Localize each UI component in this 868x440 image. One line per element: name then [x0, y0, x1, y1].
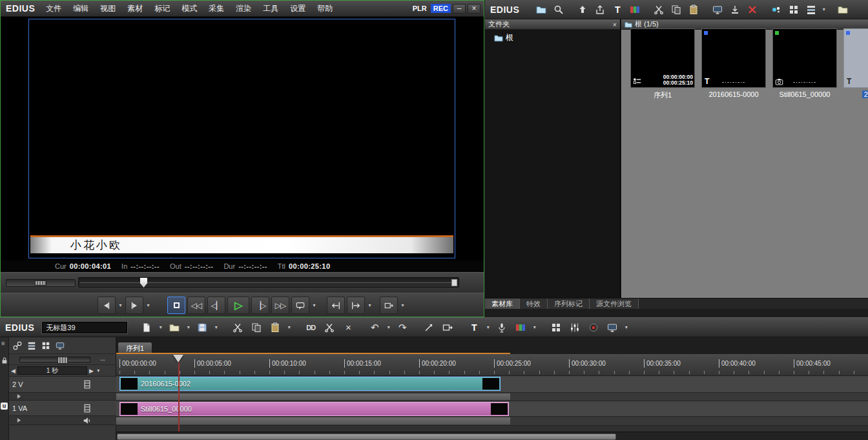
transition-button[interactable]	[513, 320, 528, 335]
new-sequence-dropdown[interactable]: ▾	[158, 324, 163, 330]
copy-button[interactable]	[249, 320, 264, 335]
menu-render[interactable]: 渲染	[230, 1, 257, 16]
layout-grid-icon[interactable]	[41, 341, 50, 350]
track-2v-sublane[interactable]	[116, 393, 868, 401]
bin-clip-sequence[interactable]: 00:00:00:00 00:00:25:10 序列1	[630, 28, 695, 100]
previous-frame-button[interactable]: ◁▏	[207, 297, 225, 314]
match-frame-button[interactable]	[440, 320, 455, 335]
voiceover-button[interactable]	[494, 320, 510, 335]
menu-marker[interactable]: 标记	[149, 1, 176, 16]
view-mode-button[interactable]	[803, 3, 819, 17]
menu-settings[interactable]: 设置	[284, 1, 311, 16]
timeline-zoom-slider-thumb[interactable]	[57, 357, 68, 364]
paste-button[interactable]	[686, 3, 701, 17]
copy-button[interactable]	[668, 3, 684, 17]
menu-edit[interactable]: 编辑	[67, 1, 94, 16]
position-slider-thumb[interactable]	[140, 278, 147, 288]
delete-button[interactable]: ×	[340, 320, 356, 335]
tab-source-browser[interactable]: 源文件浏览	[590, 299, 639, 309]
undo-dropdown[interactable]: ▾	[386, 324, 391, 330]
tab-effects[interactable]: 特效	[520, 299, 548, 309]
bin-clip-title-2-selected[interactable]: T 201606	[843, 28, 868, 98]
folder-panel-close-button[interactable]: ×	[613, 21, 617, 28]
menu-mode[interactable]: 模式	[176, 1, 203, 16]
zoom-dropdown[interactable]: ▾	[96, 368, 101, 373]
add-cut-point-button[interactable]	[421, 320, 437, 335]
zoom-out-button[interactable]: ◀	[9, 368, 17, 374]
menu-file[interactable]: 文件	[40, 1, 67, 16]
plr-mode-button[interactable]: PLR	[410, 4, 429, 13]
new-clip-button[interactable]	[627, 3, 643, 17]
bin-clip-still[interactable]: -·-·-·-·- Still0615_00000	[772, 28, 837, 98]
menu-help[interactable]: 帮助	[311, 1, 338, 16]
track-2v-video-indicator-icon[interactable]	[83, 380, 92, 389]
fit-timeline-icon[interactable]: ↔	[99, 355, 106, 362]
tab-sequence-markers[interactable]: 序列标记	[548, 299, 590, 309]
replace-button[interactable]: DD	[303, 320, 318, 335]
track-1va-lane[interactable]: Still0615_00000	[116, 401, 868, 417]
thumbnail-view-button[interactable]	[786, 3, 801, 17]
menu-view[interactable]: 视图	[94, 1, 121, 16]
fast-forward-button[interactable]: ▷▷	[271, 297, 289, 314]
timeline-clip-video[interactable]: 20160615-0002	[119, 377, 501, 391]
jog-slider-thumb[interactable]	[35, 280, 46, 286]
track-1va-video-indicator-icon[interactable]	[83, 404, 92, 413]
create-title-dropdown[interactable]: ▾	[485, 324, 491, 330]
open-project-dropdown[interactable]: ▾	[185, 324, 191, 330]
play-button[interactable]: ▷	[227, 297, 249, 314]
track-1va-expand-icon[interactable]	[17, 418, 21, 423]
zoom-value[interactable]: 1 秒	[17, 366, 87, 375]
search-button[interactable]	[551, 3, 566, 17]
transition-dropdown[interactable]: ▾	[532, 324, 537, 330]
timeline-ruler[interactable]: 00:00:00:00 00:00:05:00 00:00:10:00 00:0…	[116, 354, 868, 376]
loop-dropdown[interactable]: ▾	[311, 302, 317, 308]
folder-tree-root[interactable]: 根	[494, 32, 620, 43]
cut-button[interactable]	[651, 3, 666, 17]
timeline-horizontal-scrollbar[interactable]	[116, 432, 868, 440]
folder-button[interactable]	[533, 3, 549, 17]
rewind-button[interactable]: ◁◁	[187, 297, 205, 314]
menu-clip[interactable]: 素材	[121, 1, 149, 16]
save-project-button[interactable]	[194, 320, 210, 335]
go-to-in-button[interactable]	[327, 297, 345, 314]
set-in-dropdown[interactable]: ▾	[118, 302, 123, 308]
bin-clip-title-1[interactable]: T -·-·-·-·- 20160615-0000	[701, 28, 766, 98]
track-header-2v[interactable]: 2 V	[9, 377, 116, 393]
jog-slider[interactable]	[6, 279, 76, 287]
undo-button[interactable]: ↶	[367, 320, 382, 335]
import-button[interactable]	[727, 3, 743, 17]
set-in-button[interactable]	[98, 297, 116, 314]
marker-list-button[interactable]	[548, 320, 564, 335]
menu-capture[interactable]: 采集	[203, 1, 230, 16]
tab-bin[interactable]: 素材库	[485, 299, 520, 309]
minimize-button[interactable]: –	[453, 4, 466, 14]
redo-button[interactable]: ↷	[395, 320, 410, 335]
playhead-line[interactable]	[178, 354, 180, 432]
close-button[interactable]: ×	[468, 4, 480, 14]
fullscreen-preview-button[interactable]	[604, 320, 620, 335]
set-out-dropdown[interactable]: ▾	[145, 302, 151, 308]
properties-button[interactable]	[769, 3, 784, 17]
menu-tools[interactable]: 工具	[257, 1, 284, 16]
create-title-button[interactable]: T	[466, 320, 482, 335]
timeline-zoom-slider[interactable]	[19, 357, 90, 362]
track-select-indicator[interactable]: u	[1, 403, 8, 410]
playhead-handle[interactable]	[173, 355, 183, 362]
open-project-button[interactable]	[167, 320, 182, 335]
up-folder-button[interactable]	[575, 3, 590, 17]
sync-link-icon[interactable]	[13, 341, 22, 350]
open-bin-button[interactable]	[835, 3, 851, 17]
ripple-cut-button[interactable]	[322, 320, 337, 335]
track-height-icon[interactable]	[27, 341, 36, 350]
stop-button[interactable]	[167, 297, 185, 314]
track-2v-lane[interactable]: 20160615-0002	[116, 376, 868, 393]
view-mode-dropdown[interactable]: ▾	[821, 6, 827, 12]
cut-button[interactable]	[230, 320, 245, 335]
track-2v-expand-icon[interactable]	[17, 394, 21, 399]
track-header-1va[interactable]: 1 VA	[9, 401, 116, 416]
panel-lines-icon[interactable]: ≡	[1, 340, 5, 347]
rec-mode-button[interactable]: REC	[431, 4, 451, 13]
zoom-in-button[interactable]: ▶	[87, 368, 96, 374]
paste-dropdown[interactable]: ▾	[286, 324, 292, 330]
match-frame-button[interactable]	[380, 297, 398, 314]
